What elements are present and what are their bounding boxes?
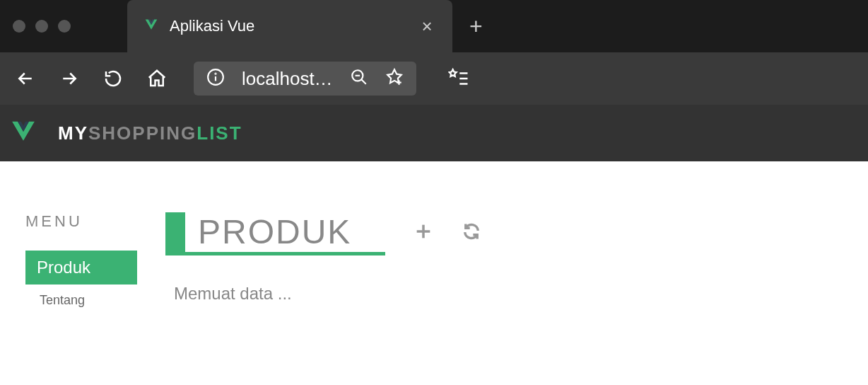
window-minimize-dot[interactable] [35, 20, 48, 33]
home-button[interactable] [143, 64, 171, 93]
page-title: PRODUK [198, 215, 385, 252]
page-title-block: PRODUK [165, 212, 385, 255]
sidebar-item-tentang[interactable]: Tentang [25, 287, 137, 314]
svg-point-2 [215, 74, 216, 74]
brand-part-2: SHOPPING [88, 122, 197, 144]
url-text: localhost… [242, 68, 333, 90]
refresh-button[interactable] [99, 64, 127, 93]
forward-button[interactable] [55, 64, 83, 93]
favorite-add-icon[interactable] [385, 68, 404, 89]
add-button[interactable] [414, 222, 433, 244]
title-accent-bar [165, 212, 185, 252]
sidebar-item-produk[interactable]: Produk [25, 251, 137, 285]
brand-part-3: LIST [197, 122, 242, 144]
window-maximize-dot[interactable] [58, 20, 71, 33]
vue-favicon-icon [144, 18, 158, 35]
address-bar[interactable]: localhost… [194, 62, 416, 96]
loading-text: Memuat data ... [165, 284, 843, 304]
main-content: PRODUK Memuat data ... [165, 212, 843, 316]
window-close-dot[interactable] [13, 20, 25, 33]
sidebar: MENU Produk Tentang [25, 212, 137, 316]
brand-title: MYSHOPPINGLIST [58, 122, 242, 144]
back-button[interactable] [11, 64, 40, 93]
window-controls [13, 20, 71, 33]
tab-title: Aplikasi Vue [170, 17, 407, 35]
info-icon[interactable] [206, 68, 225, 89]
menu-heading: MENU [25, 212, 137, 231]
vue-logo-icon [10, 118, 37, 148]
new-tab-button[interactable]: + [469, 13, 483, 40]
app-header: MYSHOPPINGLIST [0, 105, 868, 161]
browser-toolbar: localhost… [0, 52, 868, 105]
tab-bar: Aplikasi Vue × + [0, 0, 868, 52]
svg-line-4 [361, 79, 366, 84]
refresh-data-button[interactable] [462, 222, 481, 244]
favorites-list-icon[interactable] [445, 64, 473, 93]
zoom-out-icon[interactable] [350, 68, 368, 89]
browser-tab[interactable]: Aplikasi Vue × [127, 0, 452, 52]
close-tab-icon[interactable]: × [418, 16, 435, 38]
brand-part-1: MY [58, 122, 88, 144]
